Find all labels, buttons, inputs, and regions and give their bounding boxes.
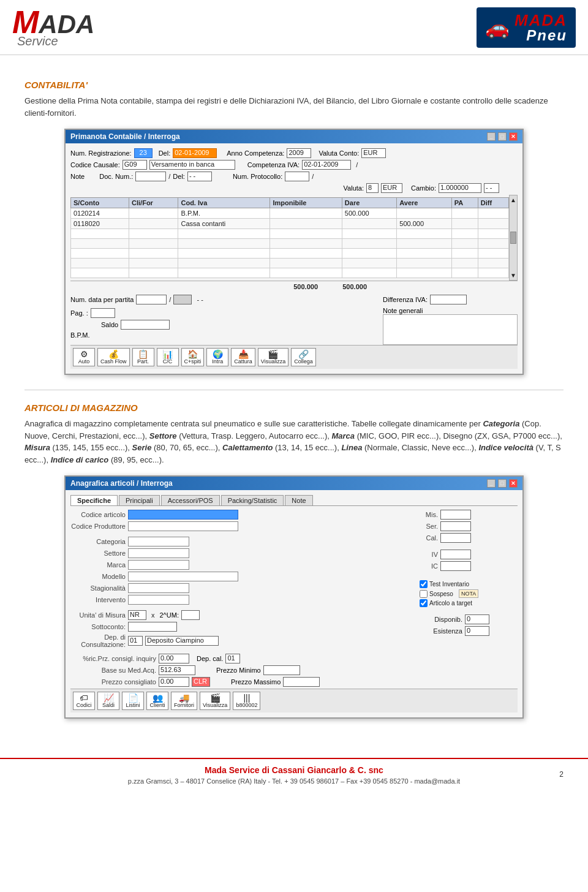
del-input[interactable]: 02-01-2009 [173,148,217,158]
pag-input[interactable] [91,308,115,318]
cambio-input[interactable]: 1.000000 [439,183,481,193]
disponib-input[interactable]: 0 [465,614,489,624]
doc-num-input[interactable] [135,172,166,181]
toolbar-listini-btn[interactable]: 📄 Listini [122,692,144,710]
scroll-down-arrow[interactable]: ▼ [510,272,516,279]
cod-causale-input[interactable]: G09 [123,160,147,170]
num-partita-input1[interactable] [136,295,167,304]
tab-principali[interactable]: Principali [119,495,160,505]
cell-diff [478,208,508,219]
close-button[interactable]: ✕ [509,132,518,141]
dep-cal-input[interactable]: 01 [225,654,240,663]
marca-input[interactable] [128,560,189,570]
toolbar-collega-btn[interactable]: 🔗 Collega [291,348,316,366]
scroll-thumb[interactable] [510,232,516,244]
num-prot-input[interactable] [285,172,309,181]
codice-produttore-row: Codice Produttore [70,521,413,531]
minimize-button-2[interactable]: _ [487,479,496,488]
dep-cons-desc-input[interactable]: Deposito Ciampino [145,636,219,646]
primanota-table: S/Conto Cli/For Cod. Iva Imponibile Dare… [70,197,509,278]
clienti-label: Clienti [149,702,165,708]
table-scrollbar[interactable]: ▲ ▼ [509,195,518,281]
num-partita-input2[interactable] [173,295,192,304]
toolbar-cspiti-btn[interactable]: 🏠 C+spiti [181,348,205,366]
unita-misura-input[interactable]: NR [128,610,146,620]
settore-input[interactable] [128,548,189,558]
prezzo-cons-input[interactable]: 0.00 [159,677,189,687]
saldo-input[interactable] [121,320,170,330]
um2-input[interactable] [181,610,200,620]
num-partita-label: Num. data per partita [70,296,134,303]
toolbar-clienti-btn[interactable]: 👥 Clienti [146,692,168,710]
categoria-label: Categoria [70,538,126,545]
note-generali-box[interactable] [383,314,518,345]
toolbar-barcode-btn[interactable]: ||| b800002 [233,692,260,710]
ic-input[interactable] [440,561,471,571]
mis-input[interactable] [440,510,471,520]
valuta-code-input[interactable]: EUR [381,183,402,193]
pric-input[interactable]: 0.00 [159,654,189,663]
codice-articolo-input[interactable] [128,510,238,520]
scroll-up-arrow[interactable]: ▲ [510,197,516,203]
toolbar-part-btn[interactable]: 📋 Part. [132,348,154,366]
clr-input[interactable]: CLR [192,677,210,687]
stagionalita-row: Stagionalità [70,583,413,593]
tab-note[interactable]: Note [285,495,312,505]
tab-accessori[interactable]: Accessori/POS [161,495,220,505]
toolbar-intra-btn[interactable]: 🌍 Intra [206,348,228,366]
stagionalita-input[interactable] [128,583,189,593]
toolbar-auto-btn[interactable]: ⚙ Auto [73,348,95,366]
num-reg-input[interactable]: 23 [134,148,153,158]
valuta-conto-input[interactable]: EUR [361,148,386,158]
ser-input[interactable] [440,521,471,531]
barcode-label: b800002 [236,702,257,708]
maximize-button[interactable]: □ [498,132,507,141]
toolbar-cattura-btn[interactable]: 📥 Cattura [231,348,255,366]
dep-cons-num-input[interactable]: 01 [128,636,143,646]
toolbar-cashflow-btn[interactable]: 💰 Cash Flow [97,348,130,366]
toolbar-saldi-btn[interactable]: 📈 Saldi [97,692,119,710]
sospeso-checkbox[interactable] [420,590,428,598]
ser-row: Ser. [420,521,518,531]
cal-input[interactable] [440,533,471,543]
tab-specifiche[interactable]: Specifiche [70,495,118,505]
toolbar-fornitori-btn[interactable]: 🚚 Fornitori [171,692,197,710]
modello-input[interactable] [128,572,238,581]
del2-input[interactable]: - - [187,172,212,181]
window2-buttons[interactable]: _ □ ✕ [487,479,518,488]
maximize-button-2[interactable]: □ [498,479,507,488]
test-inventario-checkbox[interactable] [420,580,428,588]
anno-comp-input[interactable]: 2009 [287,148,311,158]
categoria-input[interactable] [128,537,189,546]
logo-right-mada: MADA [514,12,567,28]
base-med-input[interactable]: 512.63 [159,665,195,675]
minimize-button[interactable]: _ [487,132,496,141]
prezzo-minimo-input[interactable] [263,665,300,675]
toolbar-cc-btn[interactable]: 📊 C/C [157,348,179,366]
close-button-2[interactable]: ✕ [509,479,518,488]
logo-right-text: MADA Pneu [514,12,567,43]
toolbar-codici-btn[interactable]: 🏷 Codici [73,692,95,710]
auto-icon: ⚙ [80,350,88,358]
intervento-row: Intervento [70,595,413,605]
section2-desc: Anagrafica di magazzino completamente ce… [24,418,564,466]
articolo-target-checkbox[interactable] [420,599,428,607]
col-avere: Avere [397,198,451,208]
prezzo-massimo-input[interactable] [283,677,320,687]
sottoconto-input[interactable] [128,622,177,632]
tab-packing[interactable]: Packing/Statistic [221,495,284,505]
causale-desc-input[interactable]: Versamento in banca [149,160,235,170]
window1-buttons[interactable]: _ □ ✕ [487,132,518,141]
num-partita-row: Num. data per partita / - - [70,295,373,304]
comp-iva-input[interactable]: 02-01-2009 [302,160,351,170]
cambio-dash-input[interactable]: - - [484,183,499,193]
codice-produttore-input[interactable] [128,521,238,531]
cell-dare [342,219,396,229]
toolbar-visualizza-btn[interactable]: 🎬 Visualizza [258,348,288,366]
esistenza-input[interactable]: 0 [465,626,489,636]
intervento-input[interactable] [128,595,189,605]
valuta-val-input[interactable]: 8 [366,183,379,193]
toolbar-visualizza2-btn[interactable]: 🎬 Visualizza [200,692,230,710]
diff-iva-input[interactable] [430,295,467,304]
iv-input[interactable] [440,550,471,559]
